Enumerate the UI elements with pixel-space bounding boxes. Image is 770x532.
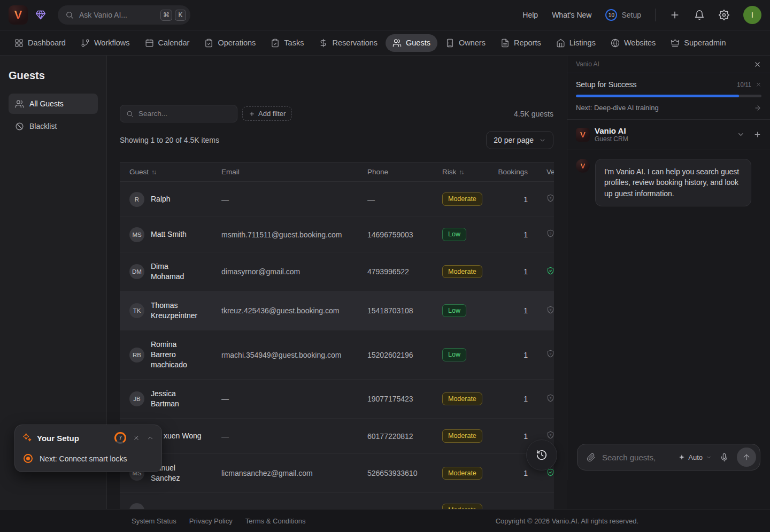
tab-reports[interactable]: Reports [494,34,548,52]
bookings-count: 1 [495,351,530,359]
mode-label: Auto [688,453,703,461]
guest-row[interactable]: DMDima Mohamaddimasyrnor@gmail.com479399… [120,252,554,291]
guest-phone: — [367,195,442,204]
agent-subtitle: Guest CRM [595,135,628,143]
risk-cell: Low [442,228,495,241]
tab-superadmin[interactable]: Superadmin [664,34,733,52]
risk-cell: Moderate [442,429,495,443]
workflow-branch-icon [81,38,90,48]
topbar-divider [655,9,656,21]
tab-guests[interactable]: Guests [386,34,437,52]
guest-phone: 60177220812 [367,432,442,441]
guest-row[interactable]: TKThomas Kreuzpeintnertkreuz.425436@gues… [120,291,554,330]
column-header-ve[interactable]: Ve [530,168,554,176]
svg-text:?: ? [550,196,552,200]
guest-name: Matt Smith [151,229,187,240]
tab-label: Listings [569,38,596,47]
gem-icon[interactable] [35,10,46,20]
agent-switcher-chevron-icon[interactable] [737,130,745,138]
column-header-guest[interactable]: Guest↑↓ [129,168,221,176]
risk-badge: Moderate [442,392,482,406]
risk-cell: Moderate [442,392,495,406]
chat-input[interactable]: Search guests, Auto [577,444,760,471]
column-header-email[interactable]: Email [221,168,367,176]
verified-cell: ? [530,194,555,204]
guest-search-placeholder: Search... [138,110,167,118]
per-page-select[interactable]: 20 per page [486,131,553,149]
column-header-bookings[interactable]: Bookings [495,168,530,176]
guest-row[interactable]: MSMatt Smithmsmith.711511@guest.booking.… [120,217,554,252]
column-header-phone[interactable]: Phone [367,168,442,176]
guest-row[interactable]: RBRomina Barrero machicadormachi.354949@… [120,330,554,380]
add-filter-button[interactable]: Add filter [242,106,292,121]
tab-owners[interactable]: Owners [438,34,492,52]
plus-icon [249,111,255,117]
guests-count: 4.5K guests [514,110,553,118]
tab-tasks[interactable]: Tasks [264,34,311,52]
collapse-popup-icon[interactable] [147,434,154,442]
svg-text:?: ? [550,352,552,356]
whats-new-link[interactable]: What's New [552,11,591,19]
risk-cell: Low [442,304,495,318]
ask-ai-search[interactable]: Ask Vanio AI... ⌘ K [58,5,190,25]
column-header-risk[interactable]: Risk↑↓ [442,168,495,176]
guest-search-input[interactable]: Search... [120,105,237,122]
tab-reservations[interactable]: Reservations [312,34,384,52]
notifications-bell-icon[interactable] [694,10,705,20]
guest-row[interactable]: JBJessica Bartman—19077175423Moderate1? [120,380,554,419]
guest-row[interactable]: RRalph——Moderate1? [120,182,554,217]
guest-avatar: JB [129,391,144,406]
tab-dashboard[interactable]: Dashboard [7,34,73,52]
home-icon [556,38,565,48]
guest-cell: RBRomina Barrero machicado [129,340,221,370]
column-label: Guest [129,168,149,176]
close-panel-icon[interactable] [753,60,761,68]
risk-badge: Low [442,228,466,241]
guest-row[interactable]: xuen Wong—60177220812Moderate1? [120,419,554,454]
setup-next-step[interactable]: Next: Deep-dive AI training [576,104,761,112]
guest-name: Jessica Bartman [151,389,200,409]
tab-calendar[interactable]: Calendar [138,34,197,52]
new-chat-icon[interactable] [753,130,761,138]
sidebar-item-label: Blacklist [29,122,57,130]
close-popup-icon[interactable] [133,434,140,442]
sidebar-item-all-guests[interactable]: All Guests [9,94,98,114]
add-new-button[interactable] [669,10,680,20]
k-keycap: K [175,10,186,21]
guest-cell: DMDima Mohamad [129,261,221,282]
tab-listings[interactable]: Listings [549,34,603,52]
guest-row[interactable]: MSManuel Sanchezlicmansanchez@gmail.com5… [120,454,554,493]
tab-workflows[interactable]: Workflows [74,34,137,52]
setup-count-badge: 10 [605,9,617,21]
footer-link-privacy-policy[interactable]: Privacy Policy [189,517,233,525]
calendar-icon [145,38,154,48]
mode-selector[interactable]: Auto [679,453,712,461]
sort-arrows-icon: ↑↓ [151,168,156,176]
guest-cell: MSMatt Smith [129,227,221,242]
user-avatar[interactable]: I [743,6,761,24]
ai-assistant-panel: Vanio AI Setup for Success 10/11 Next: D… [567,56,770,480]
guest-phone: 14696759003 [367,230,442,239]
guest-name: Ralph [151,194,171,204]
settings-gear-icon[interactable] [719,10,729,20]
svg-text:?: ? [550,433,552,437]
setup-next-task[interactable]: Next: Connect smart locks [15,449,161,472]
dismiss-setup-card-icon[interactable] [756,82,761,88]
sidebar-item-blacklist[interactable]: Blacklist [9,116,98,136]
send-button[interactable] [737,448,756,467]
footer-link-system-status[interactable]: System Status [132,517,176,525]
dashboard-grid-icon [14,38,24,48]
tab-operations[interactable]: Operations [197,34,263,52]
footer-link-terms-conditions[interactable]: Terms & Conditions [245,517,306,525]
tab-websites[interactable]: Websites [604,34,663,52]
help-link[interactable]: Help [522,11,538,19]
per-page-value: 20 per page [494,136,534,144]
setup-progress-button[interactable]: 10 Setup [605,9,641,21]
shield-question-icon: ? [546,194,555,202]
shield-question-icon: ? [546,431,555,439]
history-button[interactable] [526,440,557,471]
voice-mic-icon[interactable] [720,453,729,462]
attach-paperclip-icon[interactable] [587,453,596,462]
app-logo[interactable]: V [9,5,28,25]
verified-cell: ? [530,350,555,360]
